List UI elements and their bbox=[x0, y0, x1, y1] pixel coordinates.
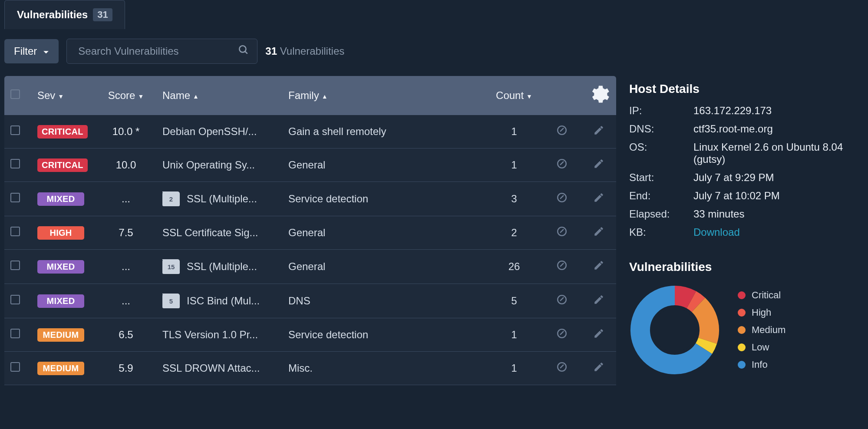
table-row[interactable]: HIGH7.5SSL Certificate Sig...General2 bbox=[4, 216, 616, 250]
vuln-name: ISC Bind (Mul... bbox=[187, 295, 260, 307]
value-os: Linux Kernel 2.6 on Ubuntu 8.04 (gutsy) bbox=[693, 141, 864, 165]
clock-icon[interactable] bbox=[556, 260, 568, 271]
edit-icon[interactable] bbox=[593, 361, 604, 373]
edit-icon[interactable] bbox=[593, 294, 604, 305]
row-checkbox[interactable] bbox=[10, 125, 20, 135]
clock-icon[interactable] bbox=[556, 125, 568, 136]
severity-legend: Critical High Medium Low Info bbox=[738, 290, 785, 370]
swatch-medium bbox=[738, 326, 746, 334]
table-row[interactable]: MIXED...5ISC Bind (Mul...DNS5 bbox=[4, 284, 616, 318]
vuln-count: 1 bbox=[511, 329, 517, 340]
folder-icon: 5 bbox=[162, 294, 180, 308]
row-checkbox[interactable] bbox=[10, 261, 20, 270]
row-checkbox[interactable] bbox=[10, 227, 20, 236]
col-header-name[interactable]: Name▲ bbox=[156, 76, 282, 115]
swatch-high bbox=[738, 309, 746, 317]
row-checkbox[interactable] bbox=[10, 329, 20, 338]
folder-icon: 15 bbox=[162, 259, 180, 274]
score-value: 10.0 bbox=[102, 159, 150, 171]
row-checkbox[interactable] bbox=[10, 362, 20, 372]
vuln-count: 26 bbox=[508, 261, 520, 272]
kb-download-link[interactable]: Download bbox=[693, 226, 740, 238]
value-dns: ctf35.root-me.org bbox=[693, 123, 864, 135]
col-header-severity[interactable]: Sev▼ bbox=[31, 76, 96, 115]
vuln-name: SSL Certificate Sig... bbox=[162, 227, 258, 239]
swatch-info bbox=[738, 361, 746, 369]
score-value: 10.0 * bbox=[102, 125, 150, 138]
table-row[interactable]: MIXED...15SSL (Multiple...General26 bbox=[4, 250, 616, 284]
row-checkbox[interactable] bbox=[10, 295, 20, 304]
clock-icon[interactable] bbox=[556, 158, 568, 169]
tab-count-badge: 31 bbox=[93, 8, 112, 21]
edit-icon[interactable] bbox=[593, 328, 604, 339]
value-ip: 163.172.229.173 bbox=[693, 105, 864, 117]
filter-button[interactable]: Filter bbox=[4, 39, 59, 63]
search-icon[interactable] bbox=[238, 44, 249, 58]
vuln-family: Service detection bbox=[288, 193, 368, 205]
table-row[interactable]: MIXED...2SSL (Multiple...Service detecti… bbox=[4, 182, 616, 216]
caret-down-icon: ▼ bbox=[526, 93, 532, 100]
severity-badge: MIXED bbox=[37, 294, 84, 308]
result-count: 31 Vulnerabilities bbox=[265, 45, 344, 57]
vuln-count: 5 bbox=[511, 295, 517, 307]
vuln-count: 2 bbox=[511, 227, 517, 238]
table-settings-button[interactable] bbox=[581, 76, 616, 115]
legend-item-info[interactable]: Info bbox=[738, 359, 785, 370]
col-header-family[interactable]: Family▲ bbox=[282, 76, 486, 115]
vuln-count: 1 bbox=[511, 362, 517, 374]
search-field[interactable] bbox=[66, 39, 257, 64]
caret-up-icon: ▲ bbox=[193, 93, 199, 100]
table-row[interactable]: MEDIUM6.5TLS Version 1.0 Pr...Service de… bbox=[4, 318, 616, 352]
legend-item-critical[interactable]: Critical bbox=[738, 290, 785, 301]
severity-badge: MIXED bbox=[37, 260, 84, 274]
search-input[interactable] bbox=[75, 39, 238, 63]
legend-item-medium[interactable]: Medium bbox=[738, 324, 785, 336]
toolbar: Filter 31 Vulnerabilities bbox=[0, 29, 868, 76]
legend-item-low[interactable]: Low bbox=[738, 342, 785, 353]
legend-item-high[interactable]: High bbox=[738, 307, 785, 318]
edit-icon[interactable] bbox=[593, 226, 604, 237]
clock-icon[interactable] bbox=[556, 192, 568, 203]
edit-icon[interactable] bbox=[593, 192, 604, 203]
col-header-count[interactable]: Count▼ bbox=[486, 76, 542, 115]
side-chart-title: Vulnerabilities bbox=[629, 260, 864, 274]
table-row[interactable]: CRITICAL10.0Unix Operating Sy...General1 bbox=[4, 148, 616, 182]
caret-down-icon bbox=[43, 45, 49, 57]
score-value: ... bbox=[102, 193, 150, 205]
svg-line-1 bbox=[245, 51, 248, 53]
vuln-family: General bbox=[288, 227, 325, 238]
edit-icon[interactable] bbox=[593, 260, 604, 271]
filter-label: Filter bbox=[14, 45, 37, 57]
vuln-count: 1 bbox=[511, 125, 517, 137]
tab-label: Vulnerabilities bbox=[17, 9, 88, 21]
label-os: OS: bbox=[629, 141, 690, 165]
swatch-critical bbox=[738, 291, 746, 299]
vuln-name: Unix Operating Sy... bbox=[162, 159, 255, 171]
clock-icon[interactable] bbox=[556, 294, 568, 305]
severity-badge: MEDIUM bbox=[37, 362, 84, 375]
label-dns: DNS: bbox=[629, 123, 690, 135]
table-row[interactable]: MEDIUM5.9SSL DROWN Attac...Misc.1 bbox=[4, 352, 616, 385]
row-checkbox[interactable] bbox=[10, 159, 20, 168]
select-all-checkbox[interactable] bbox=[10, 89, 20, 99]
score-value: 7.5 bbox=[102, 227, 150, 239]
score-value: 6.5 bbox=[102, 329, 150, 341]
host-details-title: Host Details bbox=[629, 82, 864, 96]
svg-point-0 bbox=[240, 46, 246, 52]
caret-down-icon: ▼ bbox=[138, 93, 144, 100]
clock-icon[interactable] bbox=[556, 328, 568, 339]
label-start: Start: bbox=[629, 172, 690, 184]
edit-icon[interactable] bbox=[593, 125, 604, 136]
value-elapsed: 33 minutes bbox=[693, 208, 864, 220]
row-checkbox[interactable] bbox=[10, 193, 20, 202]
vuln-family: General bbox=[288, 159, 325, 171]
severity-badge: CRITICAL bbox=[37, 125, 88, 139]
col-header-score[interactable]: Score▼ bbox=[96, 76, 156, 115]
table-row[interactable]: CRITICAL10.0 *Debian OpenSSH/...Gain a s… bbox=[4, 115, 616, 148]
clock-icon[interactable] bbox=[556, 226, 568, 237]
clock-icon[interactable] bbox=[556, 361, 568, 373]
edit-icon[interactable] bbox=[593, 158, 604, 169]
tab-vulnerabilities[interactable]: Vulnerabilities 31 bbox=[4, 0, 125, 29]
vuln-name: SSL (Multiple... bbox=[187, 193, 257, 205]
label-end: End: bbox=[629, 190, 690, 202]
